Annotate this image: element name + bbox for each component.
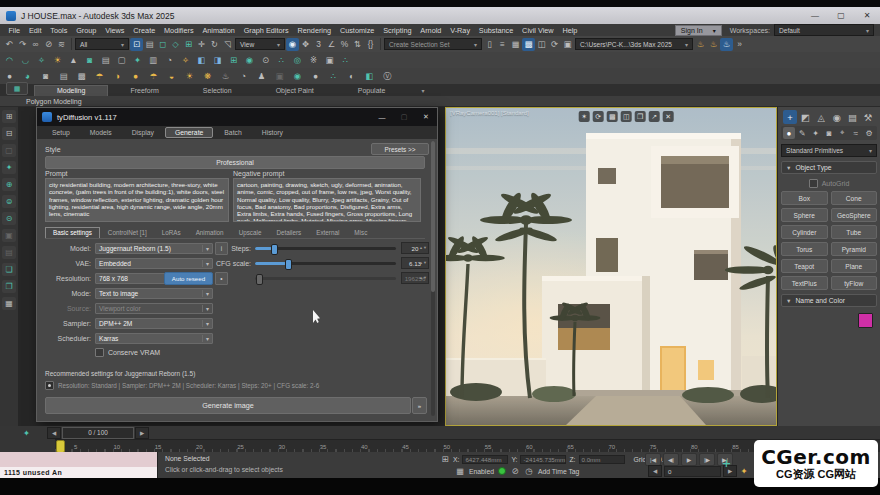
settings-tab-detailers[interactable]: Detailers: [269, 228, 308, 238]
flake-render-icon[interactable]: ❋: [201, 70, 214, 83]
pie-render-icon[interactable]: ◔: [237, 70, 250, 83]
settings-tab-controlnet[interactable]: ControlNet [1]: [101, 228, 154, 238]
absolute-mode-icon[interactable]: ⊞: [440, 454, 450, 464]
rectangular-selection-region-icon[interactable]: ◻: [156, 38, 169, 51]
cfg-value[interactable]: 6.13▲▼: [401, 257, 429, 269]
unlink-selection-icon[interactable]: ⊘: [42, 38, 55, 51]
door-tool-icon[interactable]: ▢: [115, 54, 128, 67]
viewport-label[interactable]: [VRayCamera001] [Standard]: [450, 110, 529, 116]
dots-render-icon[interactable]: ∴: [327, 70, 340, 83]
ball-render-icon[interactable]: ◑: [111, 70, 124, 83]
use-pivot-point-icon[interactable]: ◉: [286, 38, 299, 51]
polygon-modeling-rollout[interactable]: Polygon Modeling: [0, 96, 880, 107]
maximize-button[interactable]: ▢: [828, 8, 854, 23]
menu-item[interactable]: Modifiers: [160, 26, 198, 35]
display-tab-icon[interactable]: ▤: [845, 110, 859, 124]
tab-object-paint[interactable]: Object Paint: [254, 86, 336, 96]
viewport-layout2-icon[interactable]: ⊟: [2, 127, 16, 140]
teal-box-render-icon[interactable]: ◧: [363, 70, 376, 83]
viewport2-tool-icon[interactable]: ◨: [211, 54, 224, 67]
object-type-rollout[interactable]: ▼ Object Type: [781, 161, 877, 174]
workspace-dropdown[interactable]: Default: [774, 24, 874, 36]
checker-render-icon[interactable]: ▩: [75, 70, 88, 83]
generate-options-button[interactable]: »: [412, 397, 427, 414]
sphere-render-icon[interactable]: ●: [3, 70, 16, 83]
ball2-render-icon[interactable]: ●: [129, 70, 142, 83]
tab-freeform[interactable]: Freeform: [108, 86, 180, 96]
object-type-button[interactable]: Cone: [831, 191, 878, 205]
disabled-tool-icon[interactable]: ▢: [2, 144, 16, 157]
model-dropdown[interactable]: Juggernaut Reborn (1.5): [95, 243, 213, 254]
z-coordinate-field[interactable]: 0.0mm: [579, 455, 625, 464]
select-and-scale-icon[interactable]: ◹: [221, 38, 234, 51]
viewport-tool-icon[interactable]: ◧: [195, 54, 208, 67]
undo-icon[interactable]: ↶: [3, 38, 16, 51]
close-overlay-icon[interactable]: ✕: [663, 111, 674, 122]
tab-modeling[interactable]: Modeling: [34, 85, 108, 96]
layers-tool-icon[interactable]: ▥: [147, 54, 160, 67]
umbrella2-render-icon[interactable]: ☂: [147, 70, 160, 83]
angle-snap-icon[interactable]: ∠: [325, 38, 338, 51]
cfg-slider[interactable]: [255, 262, 396, 265]
space-warps-category-icon[interactable]: ≈: [850, 127, 862, 139]
favorite-icon[interactable]: ✶: [579, 111, 590, 122]
placement-icon[interactable]: ✦: [2, 161, 16, 174]
sign-in-button[interactable]: Sign In: [675, 25, 722, 36]
paint-tool-icon[interactable]: ※: [307, 54, 320, 67]
settings-tab-basic[interactable]: Basic settings: [45, 227, 100, 238]
particles-tool-icon[interactable]: ∴: [275, 54, 288, 67]
steps-slider[interactable]: [255, 247, 396, 250]
object-type-button[interactable]: Teapot: [781, 259, 828, 273]
bevel-icon[interactable]: ⊝: [2, 212, 16, 225]
sun-render-icon[interactable]: ☀: [183, 70, 196, 83]
menu-item[interactable]: Graph Editors: [239, 26, 293, 35]
lights-category-icon[interactable]: ✦: [810, 127, 822, 139]
curve-tool2-icon[interactable]: ◡: [19, 54, 32, 67]
ribbon-overflow-icon[interactable]: ▾: [421, 87, 424, 94]
conserve-vram-checkbox[interactable]: [95, 348, 104, 357]
extrude-icon[interactable]: ⊜: [2, 195, 16, 208]
steps-value[interactable]: 20▲▼: [401, 242, 429, 254]
spinner-snap-icon[interactable]: ⇅: [351, 38, 364, 51]
menu-item[interactable]: Animation: [198, 26, 239, 35]
ball3-render-icon[interactable]: ◒: [165, 70, 178, 83]
frame-back-button[interactable]: ◀: [47, 427, 61, 439]
dialog-minimize-button[interactable]: —: [371, 110, 393, 124]
clock-tool-icon[interactable]: ◔: [163, 54, 176, 67]
region-tool-icon[interactable]: ▣: [323, 54, 336, 67]
select-object-icon[interactable]: ⊡: [130, 38, 143, 51]
name-color-rollout[interactable]: ▼ Name and Color: [781, 294, 877, 307]
scatter-tool-icon[interactable]: ∴: [339, 54, 352, 67]
frame-forward-button[interactable]: ▶: [135, 427, 149, 439]
generate-image-button[interactable]: Generate image: [45, 397, 411, 414]
minimize-button[interactable]: —: [802, 8, 828, 23]
systems-category-icon[interactable]: ⚙: [863, 127, 875, 139]
gray-ball-render-icon[interactable]: ●: [309, 70, 322, 83]
settings-tab-animation[interactable]: Animation: [189, 228, 231, 238]
channels-icon[interactable]: ▩: [607, 111, 618, 122]
frame-indicator[interactable]: 0 / 100: [62, 427, 134, 439]
flame-render-icon[interactable]: ◉: [291, 70, 304, 83]
ribbon-toggle-icon[interactable]: ◫: [535, 38, 548, 51]
viewport[interactable]: [VRayCamera001] [Standard] ✶⟳▩◫❐↗✕: [445, 107, 777, 426]
object-type-button[interactable]: Torus: [781, 242, 828, 256]
create-tab-icon[interactable]: +: [783, 110, 797, 124]
figure-render-icon[interactable]: ♟: [255, 70, 268, 83]
autogrid-checkbox[interactable]: [809, 179, 818, 188]
schematic-view-icon[interactable]: ▣: [561, 38, 574, 51]
negative-prompt-textarea[interactable]: cartoon, painting, drawing, sketch, ugly…: [233, 178, 421, 222]
teapot-render-icon[interactable]: ♨: [219, 70, 232, 83]
object-type-button[interactable]: Sphere: [781, 208, 828, 222]
settings-tab-external[interactable]: External: [309, 228, 346, 238]
select-by-name-icon[interactable]: ▤: [143, 38, 156, 51]
y-coordinate-field[interactable]: -24145.735mm: [520, 455, 566, 464]
camera-render-icon[interactable]: ◙: [39, 70, 52, 83]
primitives-dropdown[interactable]: Standard Primitives: [781, 144, 877, 157]
menu-item[interactable]: Arnold: [416, 26, 446, 35]
menu-item[interactable]: Scripting: [379, 26, 416, 35]
object-type-button[interactable]: GeoSphere: [831, 208, 878, 222]
object-type-button[interactable]: Pyramid: [831, 242, 878, 256]
expand-icon[interactable]: ↗: [649, 111, 660, 122]
add-modifier-icon[interactable]: ⊕: [2, 178, 16, 191]
project-path-dropdown[interactable]: C:\Users\PC-K...\3ds Max 2025: [575, 38, 693, 50]
